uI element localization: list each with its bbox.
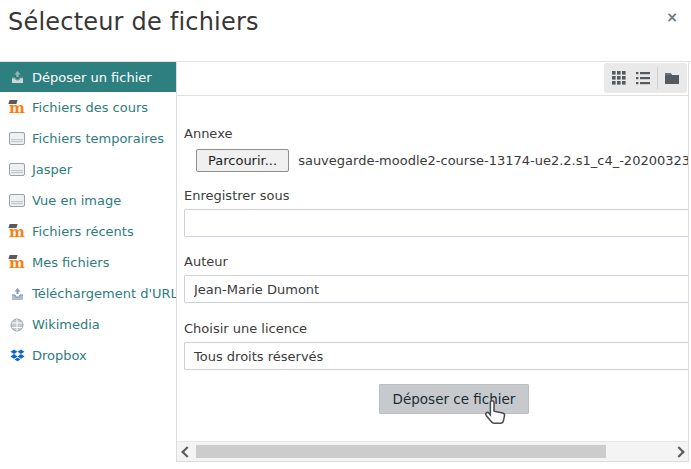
license-label: Choisir une licence: [184, 321, 688, 336]
box-icon: [9, 131, 25, 147]
dropbox-icon: [9, 348, 25, 364]
sidebar-item-label: Mes fichiers: [32, 255, 109, 270]
sidebar-item-label: Fichiers temporaires: [32, 131, 164, 146]
toolbar-separator: [657, 67, 658, 89]
file-input-row: Parcourir... sauvegarde-moodle2-course-1…: [184, 149, 688, 172]
moodle-icon: m: [9, 224, 25, 240]
author-input[interactable]: [184, 275, 688, 303]
sidebar-item-label: Jasper: [32, 162, 72, 177]
selected-filename: sauvegarde-moodle2-course-13174-ue2.2.s1…: [298, 153, 688, 168]
scrollbar-thumb[interactable]: [196, 445, 606, 458]
browse-button[interactable]: Parcourir...: [196, 149, 289, 172]
scroll-right-icon[interactable]: [671, 442, 688, 461]
upload-icon: [9, 286, 25, 302]
sidebar-item-label: Fichiers des cours: [32, 100, 148, 115]
submit-row: Déposer ce fichier: [184, 384, 688, 414]
sidebar-item-fichiers-recents[interactable]: m Fichiers récents: [0, 216, 176, 247]
save-as-input[interactable]: [184, 209, 688, 237]
box-icon: [9, 193, 25, 209]
attachment-label: Annexe: [184, 126, 688, 141]
sidebar-item-jasper[interactable]: Jasper: [0, 154, 176, 185]
sidebar-item-wikimedia[interactable]: Wikimedia: [0, 309, 176, 340]
sidebar-item-fichiers-des-cours[interactable]: m Fichiers des cours: [0, 92, 176, 123]
author-label: Auteur: [184, 254, 688, 269]
view-toolbar: [177, 62, 688, 96]
sidebar-item-label: Wikimedia: [32, 317, 100, 332]
sidebar-item-label: Fichiers récents: [32, 224, 134, 239]
license-select[interactable]: Tous droits réservés: [184, 342, 688, 370]
upload-form: Annexe Parcourir... sauvegarde-moodle2-c…: [177, 96, 688, 435]
scrollbar-track[interactable]: [194, 442, 671, 461]
scroll-left-icon[interactable]: [177, 442, 194, 461]
sidebar-item-label: Téléchargement d'URL: [32, 286, 178, 301]
sidebar-item-mes-fichiers[interactable]: m Mes fichiers: [0, 247, 176, 278]
sidebar-item-fichiers-temporaires[interactable]: Fichiers temporaires: [0, 123, 176, 154]
sidebar-item-vue-en-image[interactable]: Vue en image: [0, 185, 176, 216]
moodle-icon: m: [9, 255, 25, 271]
close-icon[interactable]: ×: [666, 10, 678, 24]
tree-view-icon[interactable]: [660, 66, 684, 90]
moodle-icon: m: [9, 100, 25, 116]
save-as-label: Enregistrer sous: [184, 188, 688, 203]
sidebar-item-label: Vue en image: [32, 193, 121, 208]
sidebar-item-telechargement-url[interactable]: Téléchargement d'URL: [0, 278, 176, 309]
sidebar-item-label: Déposer un fichier: [32, 70, 152, 85]
filepicker-body: Déposer un fichier m Fichiers des cours …: [0, 61, 691, 469]
sidebar-item-dropbox[interactable]: Dropbox: [0, 340, 176, 371]
horizontal-scrollbar[interactable]: [177, 441, 688, 461]
sidebar-item-deposer-un-fichier[interactable]: Déposer un fichier: [0, 62, 176, 92]
grid-view-icon[interactable]: [607, 66, 631, 90]
view-mode-group: [604, 63, 687, 93]
sidebar-item-label: Dropbox: [32, 348, 87, 363]
upload-file-button[interactable]: Déposer ce fichier: [379, 384, 530, 414]
box-icon: [9, 162, 25, 178]
repository-sidebar: Déposer un fichier m Fichiers des cours …: [0, 62, 176, 469]
page-title: Sélecteur de fichiers: [8, 8, 259, 36]
upload-icon: [9, 69, 25, 85]
list-view-icon[interactable]: [631, 66, 655, 90]
filepicker-main-panel: Annexe Parcourir... sauvegarde-moodle2-c…: [176, 62, 689, 462]
globe-icon: [9, 317, 25, 333]
